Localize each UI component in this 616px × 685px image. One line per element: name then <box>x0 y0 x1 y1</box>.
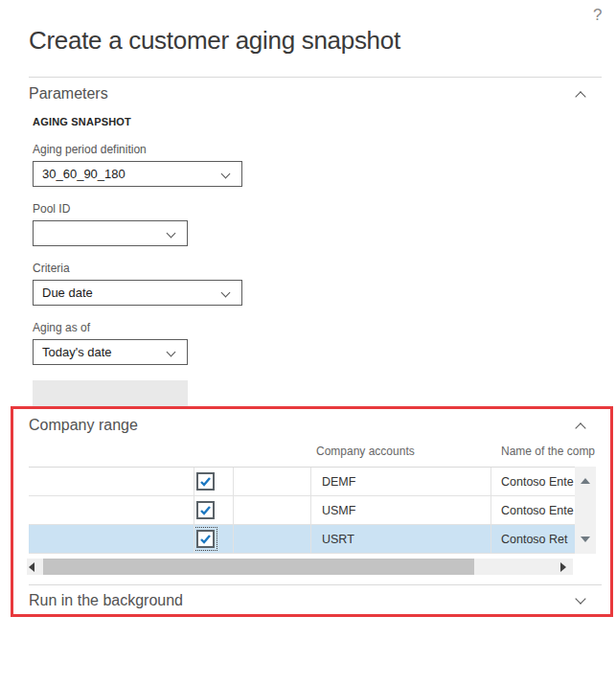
scroll-down-arrow-icon[interactable] <box>581 537 590 542</box>
criteria-combobox[interactable]: Due date <box>33 280 242 306</box>
combobox-value: 30_60_90_180 <box>42 167 125 181</box>
cell-empty <box>29 468 194 495</box>
aging-snapshot-group-label: AGING SNAPSHOT <box>33 116 131 127</box>
aging-period-definition-combobox[interactable]: 30_60_90_180 <box>33 161 242 187</box>
parameters-section-header[interactable]: Parameters <box>29 83 584 104</box>
cell-empty <box>29 496 194 524</box>
run-in-background-section-header[interactable]: Run in the background <box>29 590 584 611</box>
grid-row[interactable]: USMF Contoso Ente <box>29 496 575 525</box>
checkmark-icon <box>200 535 211 544</box>
cell-checkbox <box>194 525 234 553</box>
company-range-section-header[interactable]: Company range <box>29 415 584 436</box>
field-label: Criteria <box>33 262 262 275</box>
dropdown-chevron-icon[interactable] <box>221 288 231 298</box>
combobox-value: Today's date <box>42 345 112 359</box>
combobox-value: Due date <box>42 285 93 300</box>
horizontal-scrollbar[interactable] <box>27 559 573 575</box>
expand-chevron-icon[interactable] <box>575 593 585 604</box>
dropdown-chevron-icon[interactable] <box>167 229 176 239</box>
grid-row[interactable]: DEMF Contoso Ente <box>29 468 575 496</box>
collapse-chevron-icon[interactable] <box>575 422 585 433</box>
cell-empty <box>234 496 311 524</box>
help-icon[interactable]: ? <box>593 6 602 25</box>
field-label: Pool ID <box>33 202 262 216</box>
aging-as-of-combobox[interactable]: Today's date <box>33 339 188 365</box>
cell-company-name[interactable]: Contoso Ente <box>491 496 575 524</box>
cell-company-account[interactable]: USMF <box>311 496 491 524</box>
collapse-chevron-icon[interactable] <box>575 91 585 102</box>
cell-company-name[interactable]: Contoso Ret <box>491 525 575 553</box>
vertical-scrollbar[interactable] <box>575 467 596 554</box>
row-select-checkbox[interactable] <box>196 472 215 491</box>
field-label: Aging period definition <box>33 143 262 156</box>
cell-company-name[interactable]: Contoso Ente <box>491 468 575 495</box>
cell-checkbox <box>194 468 234 495</box>
checkmark-icon <box>200 477 211 487</box>
field-aging-as-of: Aging as of Today's date <box>33 321 262 365</box>
cell-company-account[interactable]: DEMF <box>311 468 491 495</box>
grid-row[interactable]: USRT Contoso Ret <box>29 525 575 554</box>
field-pool-id: Pool ID <box>33 202 262 246</box>
scroll-left-arrow-icon[interactable] <box>29 562 34 572</box>
field-aging-period-definition: Aging period definition 30_60_90_180 <box>33 143 262 187</box>
field-criteria: Criteria Due date <box>33 262 262 306</box>
cell-checkbox <box>194 496 234 524</box>
parameters-form: Aging period definition 30_60_90_180 Poo… <box>33 143 262 406</box>
section-divider <box>29 584 602 585</box>
scroll-up-arrow-icon[interactable] <box>581 478 590 484</box>
company-range-section-title: Company range <box>29 417 138 434</box>
field-label: Aging as of <box>33 321 262 334</box>
cell-empty <box>234 468 311 495</box>
section-divider <box>29 77 602 78</box>
parameters-section-title: Parameters <box>29 85 108 103</box>
column-header-company-accounts[interactable]: Company accounts <box>316 445 415 458</box>
aging-date-disabled-field <box>33 380 188 406</box>
cell-company-account[interactable]: USRT <box>311 525 491 553</box>
run-in-background-section-title: Run in the background <box>29 592 183 609</box>
scrollbar-thumb[interactable] <box>43 559 474 575</box>
row-select-checkbox[interactable] <box>196 530 215 548</box>
page-title: Create a customer aging snapshot <box>29 26 400 56</box>
checkmark-icon <box>200 506 211 515</box>
company-range-grid: DEMF Contoso Ente USMF Contoso Ente USRT… <box>29 467 575 554</box>
cell-empty <box>234 525 311 553</box>
scroll-right-arrow-icon[interactable] <box>560 562 566 572</box>
column-header-company-name[interactable]: Name of the comp <box>501 445 610 458</box>
dropdown-chevron-icon[interactable] <box>167 348 176 357</box>
dropdown-chevron-icon[interactable] <box>221 170 231 179</box>
row-select-checkbox[interactable] <box>196 501 215 519</box>
pool-id-combobox[interactable] <box>33 220 188 246</box>
cell-empty <box>29 525 194 553</box>
